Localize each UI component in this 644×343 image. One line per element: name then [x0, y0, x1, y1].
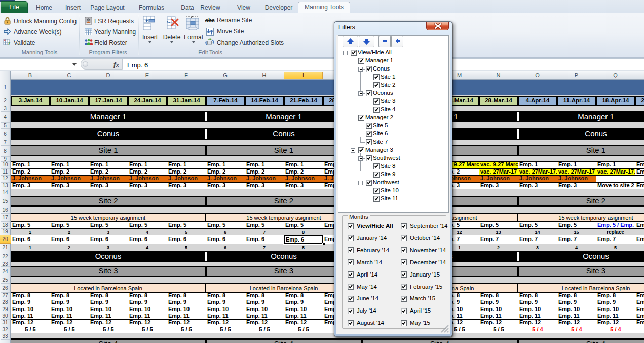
- svg-text:?: ?: [8, 40, 11, 46]
